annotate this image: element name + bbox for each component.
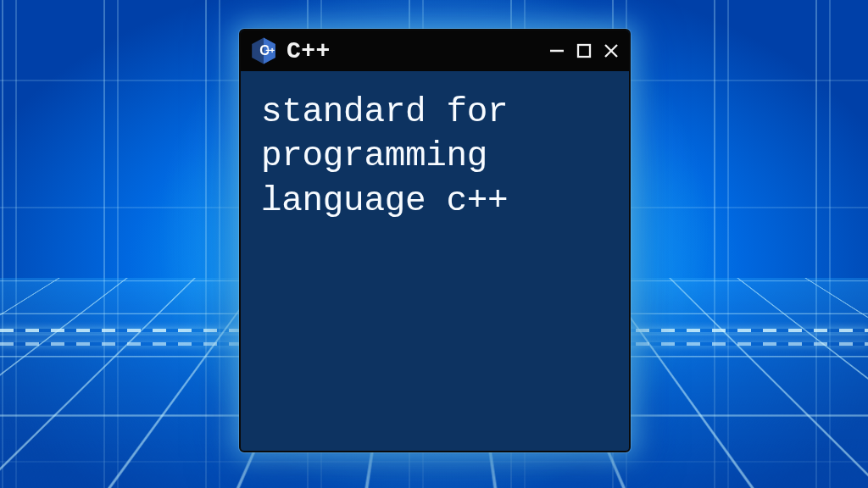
- titlebar[interactable]: C C++: [241, 30, 629, 71]
- minimize-button[interactable]: [548, 42, 566, 60]
- minimize-icon: [548, 42, 565, 59]
- close-button[interactable]: [602, 42, 620, 60]
- svg-rect-8: [578, 45, 590, 57]
- window-title: C++: [287, 38, 331, 64]
- window-controls: [548, 42, 620, 60]
- maximize-button[interactable]: [575, 42, 593, 60]
- cpp-hex-logo-icon: C: [249, 36, 278, 65]
- close-icon: [603, 42, 620, 59]
- window-body: standard for programming language c++: [241, 71, 629, 451]
- body-text: standard for programming language c++: [261, 90, 609, 223]
- terminal-window: C C++: [239, 29, 631, 452]
- maximize-icon: [576, 42, 593, 59]
